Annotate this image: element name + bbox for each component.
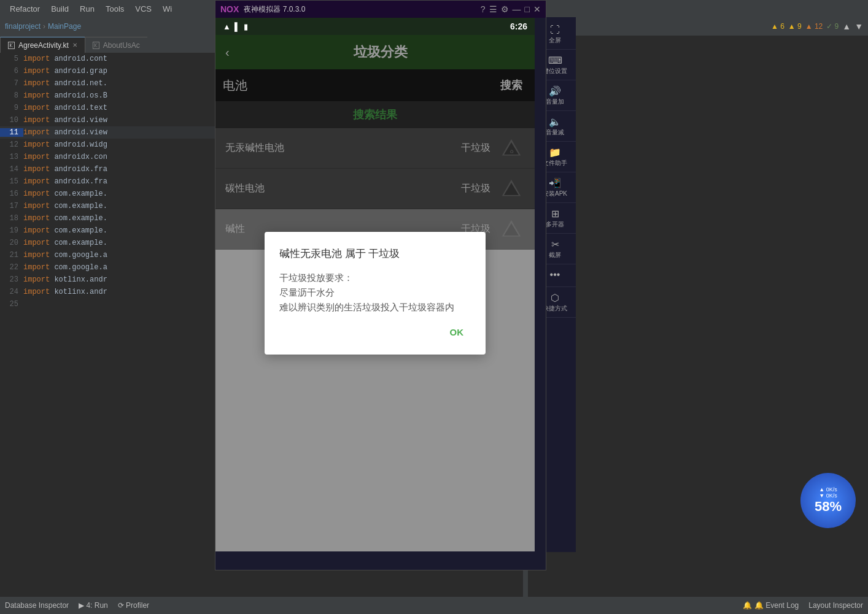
line-content-6: import android.grap [23, 67, 107, 75]
signal-icon: ▌ [234, 22, 240, 31]
dialog-content: 干垃圾投放要求： 尽量沥干水分 难以辨识类别的生活垃圾投入干垃圾容器内 [279, 271, 471, 315]
line-content-20: import com.example. [23, 239, 107, 247]
breadcrumb-project[interactable]: finalproject [5, 22, 41, 31]
emulator-screen: ▲ ▌ ▮ 6:26 ‹ 垃圾分类 搜索 搜索结果 [215, 18, 535, 551]
emulator-window: NOX 夜神模拟器 7.0.3.0 ? ☰ ⚙ — □ ✕ ▲ ▌ ▮ 6:26… [215, 0, 546, 570]
battery-icon: ▮ [244, 22, 248, 31]
menu-refactor[interactable]: Refactor [5, 3, 45, 15]
line-num-20: 20 [0, 239, 23, 247]
line-num-19: 19 [0, 226, 23, 235]
profiler-tab-label: ⟳ Profiler [118, 601, 149, 610]
dialog-actions: OK [279, 324, 471, 340]
line-num-14: 14 [0, 165, 23, 174]
emu-help-icon[interactable]: ? [481, 4, 486, 14]
line-content-5: import android.cont [23, 55, 107, 63]
shortcut-label: 快捷方式 [543, 305, 567, 312]
menu-wi[interactable]: Wi [158, 3, 177, 15]
menu-run[interactable]: Run [75, 3, 99, 15]
emu-minimize-icon[interactable]: — [513, 4, 521, 14]
line-content-12: import android.widg [23, 140, 107, 149]
line-content-22: import com.google.a [23, 263, 107, 272]
line-num-24: 24 [0, 288, 23, 296]
line-num-25: 25 [0, 300, 23, 309]
line-content-23: import kotlinx.andr [23, 275, 107, 284]
run-tab[interactable]: ▶ 4: Run [79, 601, 108, 610]
dialog-overlay[interactable]: 碱性无汞电池 属于 干垃圾 干垃圾投放要求： 尽量沥干水分 难以辨识类别的生活垃… [215, 35, 535, 551]
line-num-22: 22 [0, 263, 23, 272]
tab-label-agree: AgreeActivity.kt [18, 41, 69, 50]
tab-icon-agree: 🄺 [8, 42, 15, 49]
breadcrumb-page[interactable]: MainPage [48, 22, 81, 31]
chevron-up-icon[interactable]: ▲ [842, 21, 851, 31]
line-content-14: import androidx.fra [23, 165, 107, 174]
network-widget: ▲ 0K/s ▼ 0K/s 58% [800, 473, 856, 528]
dialog-content-line2: 难以辨识类别的生活垃圾投入干垃圾容器内 [279, 300, 471, 315]
line-num-10: 10 [0, 116, 23, 125]
menu-vcs[interactable]: VCS [130, 3, 157, 15]
fullscreen-label: 全屏 [549, 37, 561, 44]
emulator-brand: NOX [220, 4, 239, 14]
line-num-18: 18 [0, 214, 23, 223]
line-content-21: import com.google.a [23, 251, 107, 259]
line-num-5: 5 [0, 55, 23, 63]
tab-label-about: AboutUsAc [103, 41, 140, 50]
fullscreen-icon: ⛶ [550, 25, 560, 36]
dialog-content-label: 干垃圾投放要求： [279, 271, 471, 285]
multi-icon: ⊞ [551, 208, 559, 220]
run-tab-label: ▶ 4: Run [79, 601, 108, 610]
layout-inspector-tab[interactable]: Layout Inspector [808, 601, 863, 610]
database-inspector-tab[interactable]: Database Inspector [5, 601, 69, 610]
files-icon: 📁 [549, 147, 561, 158]
error-count: ▲ 12 [805, 22, 823, 31]
tab-agree-activity[interactable]: 🄺 AgreeActivity.kt ✕ [0, 37, 85, 53]
tab-close-agree[interactable]: ✕ [72, 42, 77, 48]
line-num-12: 12 [0, 140, 23, 149]
line-content-15: import androidx.fra [23, 177, 107, 186]
line-num-8: 8 [0, 91, 23, 100]
more-icon: ••• [550, 269, 560, 280]
line-num-7: 7 [0, 79, 23, 88]
emu-close-icon[interactable]: ✕ [533, 4, 541, 14]
warning-count-2: ▲ 9 [788, 22, 802, 31]
emulator-title: 夜神模拟器 7.0.3.0 [244, 4, 305, 15]
dialog-ok-button[interactable]: OK [443, 324, 471, 340]
network-down-speed: ▼ 0K/s [819, 493, 837, 499]
screenshot-icon: ✂ [551, 239, 559, 250]
line-num-21: 21 [0, 251, 23, 259]
layout-inspector-label: Layout Inspector [808, 601, 863, 610]
emu-menu-icon[interactable]: ☰ [489, 4, 497, 14]
tab-about-us[interactable]: 🄺 AboutUsAc [85, 37, 147, 53]
line-num-13: 13 [0, 153, 23, 161]
breadcrumb-separator: › [43, 22, 45, 31]
profiler-tab[interactable]: ⟳ Profiler [118, 601, 149, 610]
emu-maximize-icon[interactable]: □ [525, 4, 530, 14]
wifi-icon: ▲ [223, 22, 231, 31]
line-num-17: 17 [0, 202, 23, 210]
line-content-16: import com.example. [23, 190, 107, 198]
tab-icon-about: 🄺 [93, 42, 99, 49]
toolbar-right: ▲ 6 ▲ 9 ▲ 12 ✓ 9 ▲ ▼ [528, 17, 868, 36]
shortcut-icon: ⬡ [551, 292, 559, 304]
line-content-13: import androidx.con [23, 153, 107, 161]
emulator-controls: ? ☰ ⚙ — □ ✕ [481, 4, 541, 14]
line-num-23: 23 [0, 275, 23, 284]
menu-build[interactable]: Build [46, 3, 74, 15]
line-content-19: import com.example. [23, 226, 107, 235]
line-num-6: 6 [0, 67, 23, 75]
ok-count: ✓ 9 [826, 22, 839, 31]
event-log-badge: 🔔 [743, 601, 752, 610]
bottom-right: 🔔 🔔 Event Log Layout Inspector [743, 601, 863, 610]
emu-settings-icon[interactable]: ⚙ [501, 4, 509, 14]
event-log-label: 🔔 Event Log [754, 601, 799, 610]
line-content-17: import com.example. [23, 202, 107, 210]
line-num-16: 16 [0, 190, 23, 198]
menu-tools[interactable]: Tools [101, 3, 129, 15]
chevron-down-icon[interactable]: ▼ [854, 21, 863, 31]
install-apk-icon: 📲 [549, 177, 561, 189]
emulator-titlebar: NOX 夜神模拟器 7.0.3.0 ? ☰ ⚙ — □ ✕ [215, 1, 546, 18]
network-up-speed: ▲ 0K/s [819, 486, 837, 493]
line-content-24: import kotlinx.andr [23, 288, 107, 296]
dialog-content-line1: 尽量沥干水分 [279, 285, 471, 300]
event-log-tab[interactable]: 🔔 🔔 Event Log [743, 601, 799, 610]
bottom-bar: Database Inspector ▶ 4: Run ⟳ Profiler 🔔… [0, 597, 868, 614]
